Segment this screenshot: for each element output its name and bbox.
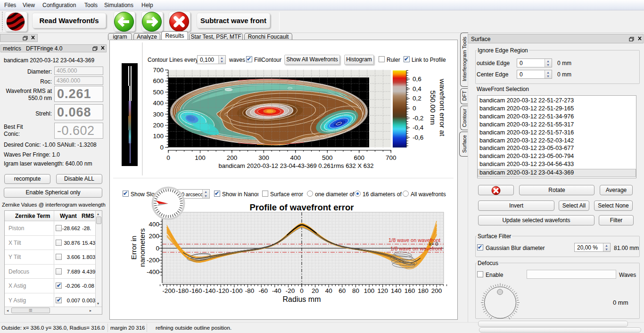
svg-text:80: 80 (352, 287, 359, 294)
svg-text:60: 60 (339, 287, 346, 294)
svg-text:-140: -140 (203, 287, 215, 294)
svg-text:Radius mm: Radius mm (283, 295, 321, 303)
svg-text:200: 200 (153, 122, 164, 129)
svg-text:0: 0 (300, 287, 304, 294)
svg-text:-0,6: -0,6 (413, 134, 423, 141)
svg-text:0,2: 0,2 (413, 95, 421, 102)
svg-text:-0,2: -0,2 (413, 115, 423, 122)
svg-text:0: 0 (166, 154, 170, 161)
svg-text:400: 400 (149, 221, 159, 228)
svg-text:300: 300 (153, 111, 164, 118)
svg-text:wavefront error at: wavefront error at (438, 78, 446, 136)
svg-text:-160: -160 (190, 287, 202, 294)
svg-text:-400: -400 (147, 268, 159, 275)
svg-text:-40: -40 (272, 287, 281, 294)
svg-text:0,6: 0,6 (413, 75, 421, 83)
svg-text:120: 120 (377, 287, 388, 294)
svg-text:400: 400 (153, 100, 164, 107)
svg-text:0,4: 0,4 (413, 85, 421, 92)
svg-text:-80: -80 (245, 287, 255, 294)
svg-text:100: 100 (153, 133, 164, 140)
svg-text:200: 200 (149, 233, 159, 240)
svg-text:550.00 nm: 550.00 nm (429, 90, 437, 125)
svg-text:140: 140 (391, 287, 402, 294)
svg-text:0: 0 (156, 245, 159, 252)
svg-text:Error in: Error in (130, 236, 138, 260)
svg-text:400: 400 (290, 154, 301, 161)
svg-text:0: 0 (413, 105, 416, 112)
svg-text:700: 700 (153, 67, 164, 74)
svg-text:-120: -120 (216, 287, 229, 294)
svg-text:-100: -100 (230, 287, 242, 294)
svg-text:Profile of wavefront error: Profile of wavefront error (249, 202, 354, 212)
svg-text:-20: -20 (286, 287, 295, 294)
svg-text:700: 700 (386, 154, 396, 161)
svg-text:300: 300 (258, 154, 269, 161)
svg-text:160: 160 (405, 287, 415, 294)
svg-text:k= 0: k= 0 (429, 241, 438, 247)
svg-text:bandicam 2020-03-12 23-04-43-3: bandicam 2020-03-12 23-04-43-369 0.261rm… (219, 162, 374, 169)
svg-text:20: 20 (312, 287, 319, 294)
svg-text:500: 500 (153, 89, 164, 96)
svg-text:0: 0 (160, 144, 164, 151)
svg-text:600: 600 (354, 154, 365, 161)
svg-text:-200: -200 (162, 287, 175, 294)
svg-text:-60: -60 (258, 287, 268, 294)
svg-text:500: 500 (322, 154, 333, 161)
svg-text:100: 100 (195, 154, 206, 161)
svg-text:100: 100 (364, 287, 375, 294)
svg-text:40: 40 (325, 287, 332, 294)
svg-text:-200: -200 (147, 257, 159, 264)
svg-text:-180: -180 (176, 287, 189, 294)
svg-text:200: 200 (227, 154, 238, 161)
svg-text:600: 600 (153, 77, 164, 84)
svg-text:180: 180 (418, 287, 429, 294)
svg-text:-0,4: -0,4 (413, 124, 424, 131)
svg-text:nanometers: nanometers (138, 228, 146, 267)
svg-text:200: 200 (431, 287, 442, 294)
